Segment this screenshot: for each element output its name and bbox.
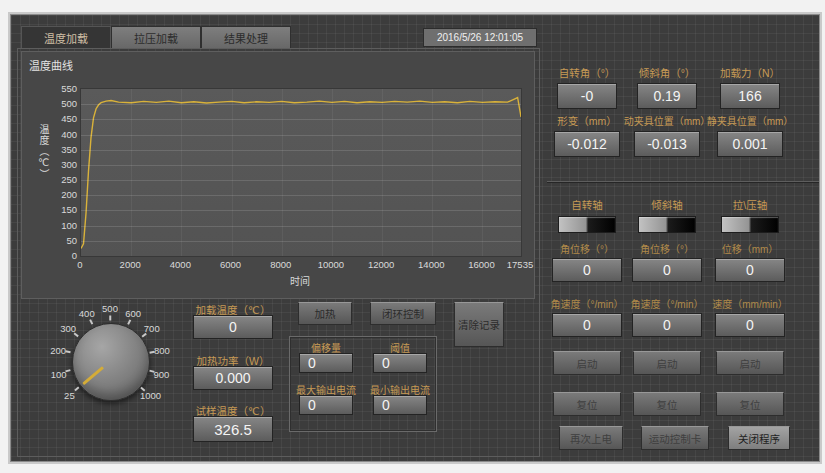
max-output-current-input[interactable]: 0 (299, 395, 353, 415)
threshold-input[interactable]: 0 (373, 353, 427, 373)
tc-displacement-label: 位移（mm） (707, 241, 793, 256)
close-program-button[interactable]: 关闭程序 (728, 426, 790, 450)
rotation-displacement-input[interactable]: 0 (552, 258, 622, 282)
knob-tick-mark (149, 370, 154, 373)
h-gridline (81, 180, 521, 181)
tc-start-button[interactable]: 启动 (716, 351, 784, 375)
knob-scale-label: 900 (153, 368, 169, 379)
tc-displacement-input[interactable]: 0 (715, 258, 785, 282)
knob-scale-label: 100 (51, 368, 67, 379)
tilt-axis-label: 倾斜轴 (624, 197, 710, 212)
motion-control-card-button[interactable]: 运动控制卡 (641, 426, 709, 450)
x-tick-label: 6000 (209, 259, 253, 270)
knob-scale-label: 500 (102, 303, 118, 314)
h-gridline (81, 241, 521, 242)
heat-button[interactable]: 加热 (298, 302, 352, 325)
x-tick-label: 12000 (359, 259, 403, 270)
tilt-start-button[interactable]: 启动 (633, 351, 701, 375)
tc-speed-input[interactable]: 0 (715, 313, 785, 337)
h-gridline (81, 210, 521, 211)
tilt-speed-label: 角速度（°/min） (624, 296, 710, 311)
x-tick-label: 2000 (108, 259, 152, 270)
knob-tick-mark (65, 351, 70, 354)
datetime-display: 2016/5/26 12:01:05 (423, 28, 537, 47)
moving-clamp-position-value: -0.013 (634, 131, 700, 157)
knob-dial[interactable] (72, 323, 150, 401)
rotation-start-button[interactable]: 启动 (553, 351, 621, 375)
chart-panel: 温度曲线 温度（℃） 时间 05010015020025030035040045… (21, 51, 535, 299)
tilt-displacement-input[interactable]: 0 (632, 258, 702, 282)
y-tick-label: 550 (46, 83, 77, 94)
heating-power-readout: 0.000 (193, 366, 273, 390)
tab-result-processing[interactable]: 结果处理 (201, 26, 291, 49)
temperature-curve-svg (81, 89, 521, 256)
tension-compression-axis-toggle[interactable] (721, 216, 779, 233)
screen: 温度加载 拉压加载 结果处理 2016/5/26 12:01:05 温度曲线 温… (0, 0, 825, 473)
chart-plot (80, 88, 522, 257)
heater-knob[interactable]: 251002003004005006007008009001000 (26, 305, 196, 435)
static-clamp-position-label: 静夹具位置（mm） (695, 113, 805, 128)
clear-record-button[interactable]: 清除记录 (454, 302, 504, 347)
tilt-speed-input[interactable]: 0 (632, 313, 702, 337)
min-output-current-input[interactable]: 0 (373, 395, 427, 415)
rotation-axis-label: 自转轴 (544, 197, 630, 212)
tab-tension-compression-loading[interactable]: 拉压加载 (111, 26, 201, 49)
load-temperature-input[interactable]: 0 (193, 315, 273, 339)
rotation-reset-button[interactable]: 复位 (553, 392, 621, 416)
rotation-speed-label: 角速度（°/min） (544, 296, 630, 311)
chart-x-axis-label: 时间 (80, 273, 520, 288)
rotation-angle-value: -0 (557, 83, 617, 109)
x-tick-label: 10000 (309, 259, 353, 270)
y-tick-label: 500 (46, 98, 77, 109)
axis-column-tension-compression: 拉\压轴 位移（mm） 0 速度（mm/min） 0 启动 复位 (707, 195, 793, 416)
h-gridline (81, 104, 521, 105)
load-force-label: 加载力（N） (695, 65, 805, 80)
y-tick-label: 200 (46, 189, 77, 200)
v-gridline (232, 89, 233, 256)
knob-scale-label: 700 (144, 323, 160, 334)
x-tick-label: 16000 (459, 259, 503, 270)
x-tick-label: 14000 (409, 259, 453, 270)
rotation-axis-toggle[interactable] (558, 216, 616, 233)
tab-temperature-loading[interactable]: 温度加载 (21, 26, 111, 49)
tension-compression-axis-label: 拉\压轴 (707, 197, 793, 212)
knob-tick-mark (141, 332, 146, 336)
offset-input[interactable]: 0 (299, 353, 353, 373)
h-gridline (81, 119, 521, 120)
v-gridline (482, 89, 483, 256)
y-tick-label: 300 (46, 159, 77, 170)
knob-tick-mark (109, 316, 111, 321)
h-gridline (81, 135, 521, 136)
v-gridline (282, 89, 283, 256)
y-tick-label: 450 (46, 113, 77, 124)
axis-column-rotation: 自转轴 角位移（°） 0 角速度（°/min） 0 启动 复位 (544, 195, 630, 416)
v-gridline (181, 89, 182, 256)
x-tick-label: 8000 (259, 259, 303, 270)
load-force-readout: 加载力（N） 166 (695, 65, 805, 109)
tilt-reset-button[interactable]: 复位 (633, 392, 701, 416)
tilt-axis-toggle[interactable] (638, 216, 696, 233)
h-gridline (81, 150, 521, 151)
y-tick-label: 50 (46, 235, 77, 246)
y-tick-label: 150 (46, 204, 77, 215)
y-tick-label: 100 (46, 220, 77, 231)
v-gridline (432, 89, 433, 256)
knob-tick-mark (127, 320, 131, 325)
pid-settings-group: 偏移量 0 阈值 0 最大输出电流 0 最小输出电流 0 (289, 336, 437, 432)
y-tick-label: 400 (46, 129, 77, 140)
rotation-speed-input[interactable]: 0 (552, 313, 622, 337)
knob-scale-label: 400 (79, 308, 95, 319)
power-on-again-button[interactable]: 再次上电 (559, 426, 623, 450)
knob-scale-label: 1000 (140, 390, 161, 401)
rotation-displacement-label: 角位移（°） (544, 241, 630, 256)
x-tick-label: 17535 (498, 259, 542, 270)
tilt-angle-value: 0.19 (637, 83, 697, 109)
knob-tick-mark (75, 386, 80, 390)
deformation-value: -0.012 (554, 131, 620, 157)
h-gridline (81, 195, 521, 196)
h-gridline (81, 165, 521, 166)
h-gridline (81, 226, 521, 227)
y-tick-label: 250 (46, 174, 77, 185)
tc-reset-button[interactable]: 复位 (716, 392, 784, 416)
closed-loop-control-button[interactable]: 闭环控制 (370, 302, 436, 325)
